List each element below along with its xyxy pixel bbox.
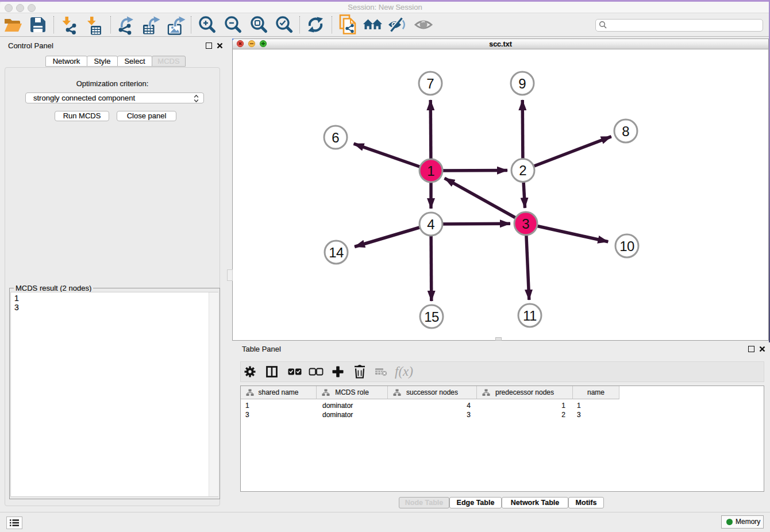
svg-text:15: 15 bbox=[424, 309, 439, 325]
svg-text:1: 1 bbox=[427, 163, 434, 179]
svg-text:2: 2 bbox=[519, 163, 526, 178]
svg-text:6: 6 bbox=[332, 130, 339, 145]
svg-text:9: 9 bbox=[518, 76, 526, 91]
svg-text:4: 4 bbox=[427, 217, 434, 232]
svg-text:8: 8 bbox=[622, 124, 629, 139]
svg-text:14: 14 bbox=[329, 245, 344, 260]
svg-text:11: 11 bbox=[523, 308, 537, 323]
svg-text:7: 7 bbox=[426, 76, 434, 91]
svg-text:10: 10 bbox=[619, 238, 634, 254]
svg-text:f(x): f(x) bbox=[395, 364, 413, 379]
svg-text:3: 3 bbox=[522, 216, 529, 232]
